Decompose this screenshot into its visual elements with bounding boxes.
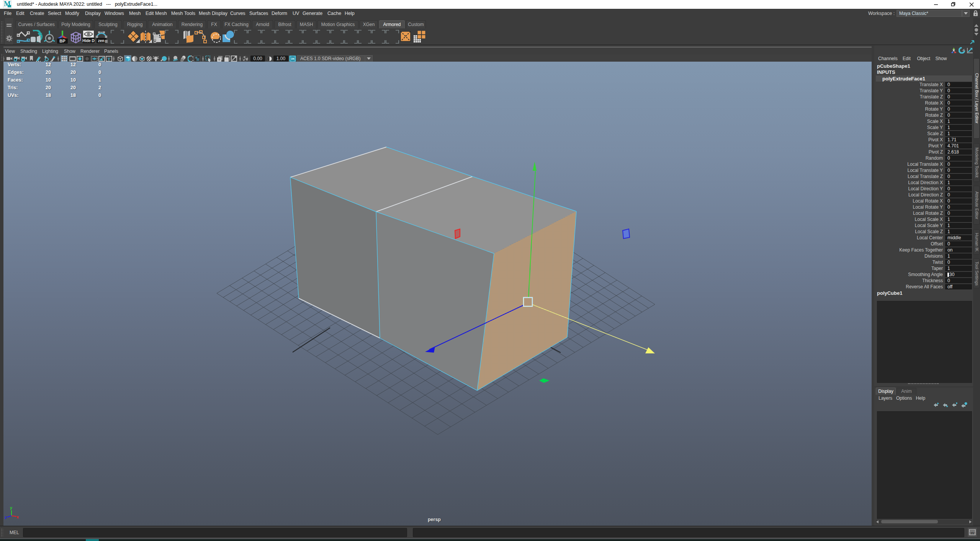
svg-text:BP: BP [59,39,65,43]
svg-text:Hide D: Hide D [82,39,95,43]
svg-text:z: z [5,515,7,520]
svg-text:zen: zen [98,39,105,43]
svg-text:x: x [16,515,19,519]
svg-text:ON: ON [291,57,294,60]
svg-text:T: T [108,57,111,61]
svg-text:{;}: {;} [970,531,975,535]
svg-text:y: y [10,505,13,510]
